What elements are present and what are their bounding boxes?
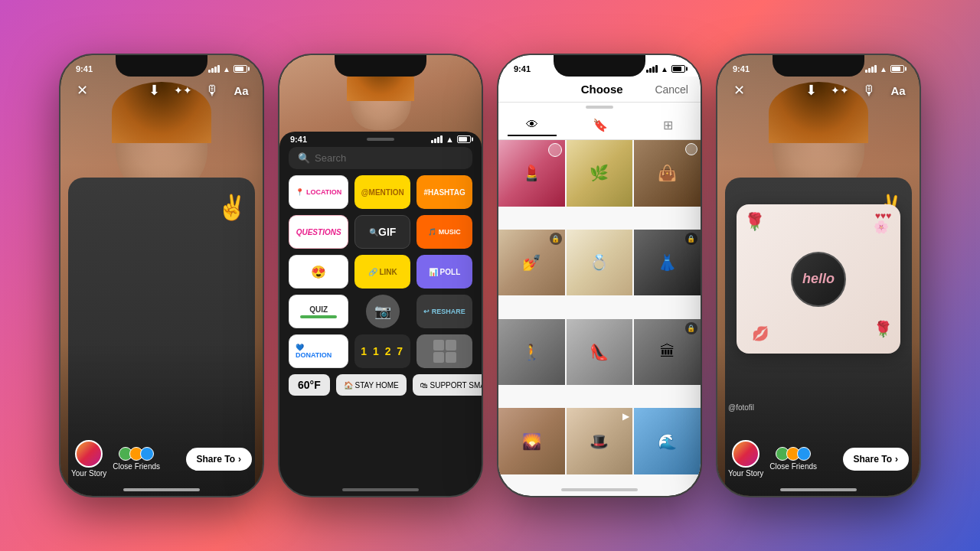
photo-cell-2[interactable]: 🌿	[567, 140, 633, 207]
time-1: 9:41	[76, 64, 93, 73]
phone-2: 🔍 Search 9:41 ▲	[278, 54, 483, 497]
sticker-hashtag[interactable]: #HASHTAG	[416, 175, 472, 209]
sticker-camera-wrap: 📷	[354, 295, 410, 328]
picker-tabs-3: 👁 🔖 ⊞	[498, 112, 701, 140]
download-icon-4[interactable]: ⬇	[800, 80, 822, 101]
wifi-3: ▲	[661, 65, 668, 73]
drag-handle-3	[586, 106, 613, 109]
phone-3: 9:41 ▲ Choose Cancel	[497, 54, 702, 497]
tab-recents[interactable]: 👁	[508, 115, 557, 136]
photo-cell-3[interactable]: 👜	[634, 140, 701, 207]
effects-icon-1[interactable]: 🎙	[201, 80, 223, 101]
time-3: 9:41	[514, 64, 531, 73]
close-button-1[interactable]: ✕	[71, 80, 93, 101]
sticker-mention[interactable]: @MENTION	[354, 175, 410, 209]
signal-1	[208, 65, 220, 73]
download-icon-1[interactable]: ⬇	[143, 80, 165, 101]
tab-saved[interactable]: 🔖	[574, 115, 626, 136]
photo-cell-11[interactable]: 🎩 ▶	[567, 408, 633, 474]
stay-home-sticker[interactable]: 🏠 STAY HOME	[336, 374, 407, 396]
battery-1	[234, 65, 247, 73]
phone-4: ✌ 🌹 🌸 💋 🌹 hello ♥♥♥ @fotofil 9:	[716, 54, 921, 497]
sticker-donation[interactable]: 💙 DONATION	[289, 334, 348, 368]
battery-3	[671, 65, 685, 73]
friend-dot-4c	[797, 447, 811, 461]
sticker-poll[interactable]: 📊 POLL	[416, 255, 472, 289]
sticker-countdown[interactable]	[416, 334, 472, 368]
temp-sticker[interactable]: 60°F	[289, 374, 330, 396]
your-story-avatar-1[interactable]	[75, 440, 103, 468]
photo-grid-3: 💄 🌿 👜 💅 🔒 💍 👗	[498, 140, 701, 496]
support-small-sticker[interactable]: 🛍 SUPPORT SMALL	[413, 374, 482, 396]
close-button-4[interactable]: ✕	[728, 80, 750, 101]
phone-1: ✌ 9:41 ▲ ✕ ⬇ ✦✦ 🎙	[59, 54, 264, 497]
your-story-avatar-4[interactable]	[732, 440, 760, 468]
photo-cell-7[interactable]: 🚶	[498, 319, 565, 386]
home-indicator-2	[342, 488, 419, 491]
friend-dot-3	[140, 447, 154, 461]
photo-cell-5[interactable]: 💍	[567, 230, 633, 296]
sticker-link[interactable]: 🔗 LINK	[354, 255, 410, 289]
photo-lock-9: 🔒	[685, 322, 697, 334]
sticker-gif[interactable]: 🔍GIF	[354, 215, 410, 249]
your-story-label-1: Your Story	[71, 469, 106, 478]
wifi-1: ▲	[223, 65, 230, 73]
story-bottom-4: Your Story Close Friends Share To ›	[717, 431, 920, 496]
picker-title-3: Choose	[581, 83, 623, 96]
status-bar-2: 9:41 ▲	[279, 132, 482, 147]
your-story-label-4: Your Story	[728, 469, 763, 478]
time-4: 9:41	[733, 64, 750, 73]
photo-play-11: ▶	[622, 411, 629, 422]
product-circle-4: hello	[791, 252, 846, 307]
sticker-number[interactable]: 1 1 2 7	[354, 334, 410, 368]
sticker-quiz[interactable]: QUIZ	[289, 295, 348, 328]
text-button-1[interactable]: Aa	[230, 80, 252, 101]
cancel-button-3[interactable]: Cancel	[655, 83, 688, 96]
photo-cell-9[interactable]: 🏛 🔒	[634, 319, 701, 386]
story-toolbar-4: ✕ ⬇ ✦✦ 🎙 Aa	[717, 80, 920, 101]
sticker-music[interactable]: 🎵 MUSIC	[416, 215, 472, 249]
bottom-sticker-row-2: 60°F 🏠 STAY HOME 🛍 SUPPORT SMALL	[279, 368, 482, 402]
sticker-grid-2: 📍LOCATION @MENTION #HASHTAG QUESTIONS 🔍G…	[279, 175, 482, 368]
search-icon-2: 🔍	[298, 152, 310, 164]
close-friends-label-1: Close Friends	[113, 462, 160, 471]
sticker-emoji[interactable]: 😍	[289, 255, 348, 289]
story-toolbar-1: ✕ ⬇ ✦✦ 🎙 Aa	[60, 80, 263, 101]
tab-grid[interactable]: ⊞	[645, 115, 691, 136]
photo-cell-10[interactable]: 🌄	[498, 408, 565, 474]
status-bar-1: 9:41 ▲	[60, 55, 263, 77]
photo-lock-6: 🔒	[685, 233, 697, 245]
effects-icon-4[interactable]: 🎙	[858, 80, 880, 101]
search-bar-2[interactable]: 🔍 Search	[289, 147, 472, 169]
sticker-icon-1[interactable]: ✦✦	[172, 80, 194, 101]
home-indicator-3	[561, 488, 638, 491]
makeup-sticker-4[interactable]: 🌹 🌸 💋 🌹 hello ♥♥♥	[737, 204, 900, 354]
time-2: 9:41	[290, 135, 307, 144]
photo-cell-8[interactable]: 👠	[567, 319, 633, 386]
photo-cell-1[interactable]: 💄	[498, 140, 565, 207]
story-bottom-1: Your Story Close Friends Share To ›	[60, 431, 263, 496]
share-button-1[interactable]: Share To ›	[186, 448, 252, 471]
photo-cell-12[interactable]: 🌊	[634, 408, 701, 474]
sticker-location[interactable]: 📍LOCATION	[289, 175, 348, 209]
close-friends-label-4: Close Friends	[769, 462, 817, 471]
sticker-reshare[interactable]: ↩ RESHARE	[416, 295, 472, 328]
hearts-4: ♥♥♥	[875, 210, 891, 221]
photo-cell-6[interactable]: 👗 🔒	[634, 230, 701, 296]
share-button-4[interactable]: Share To ›	[843, 448, 909, 471]
sticker-camera[interactable]: 📷	[366, 295, 400, 328]
sticker-questions[interactable]: QUESTIONS	[289, 215, 348, 249]
signal-4	[865, 65, 877, 73]
picker-content-3: Choose Cancel 👁 🔖 ⊞ 💄 🌿	[498, 77, 701, 496]
signal-3	[646, 65, 658, 73]
photo-cell-4[interactable]: 💅 🔒	[498, 230, 565, 296]
status-bar-4: 9:41 ▲	[717, 55, 920, 77]
search-placeholder-2: Search	[315, 152, 346, 164]
status-bar-3: 9:41 ▲	[498, 55, 701, 77]
picker-header-3: Choose Cancel	[498, 77, 701, 103]
sticker-icon-4[interactable]: ✦✦	[829, 80, 851, 101]
username-tag-4: @fotofil	[728, 403, 754, 412]
text-button-4[interactable]: Aa	[887, 80, 909, 101]
battery-4	[890, 65, 904, 73]
wifi-4: ▲	[880, 65, 887, 73]
